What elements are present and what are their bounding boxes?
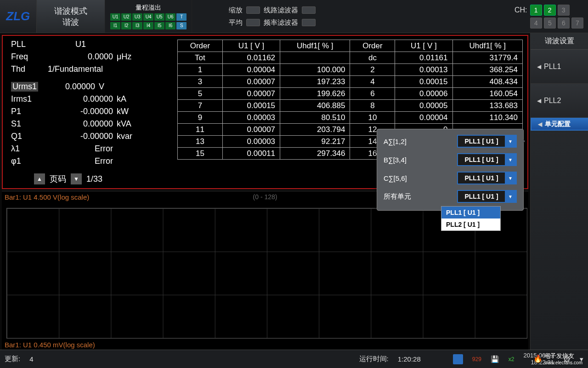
popup-b-label: B∑[3,4] — [384, 156, 407, 164]
triangle-icon: ◀ — [537, 98, 541, 104]
popup-c-select[interactable]: PLL1 [ U1 ]▼ — [457, 172, 517, 184]
range-u5[interactable]: U5 — [154, 13, 164, 21]
range-i4[interactable]: I4 — [143, 22, 153, 29]
th-order-l: Order — [178, 40, 223, 52]
q-value: -0.00000 — [48, 132, 117, 141]
thd-label: Thd — [11, 64, 48, 74]
ch-7-button[interactable]: 7 — [571, 17, 583, 29]
popup-c-label: C∑[5,6] — [384, 174, 407, 182]
rpanel-pll1-button[interactable]: ◀PLL1 — [531, 50, 588, 84]
status-x2: x2 — [509, 356, 514, 362]
brand-logo: ZLG — [0, 0, 37, 33]
popup-b-select[interactable]: PLL1 [ U1 ]▼ — [457, 153, 517, 166]
rpanel-title: 谐波设置 — [531, 33, 588, 50]
s-label: S1 — [11, 119, 48, 129]
chevron-down-icon: ▼ — [505, 136, 516, 147]
freq-unit: μHz — [117, 52, 144, 62]
avg-label: 平均 — [229, 18, 243, 27]
range-i6[interactable]: I6 — [165, 22, 175, 29]
th-u1-r: U1 [ V ] — [395, 40, 452, 52]
range-u6[interactable]: U6 — [165, 13, 175, 21]
range-s[interactable]: S — [176, 22, 187, 29]
freq-filter-toggle[interactable] — [302, 19, 316, 26]
unit-config-popup: A∑[1,2] PLL1 [ U1 ]▼ B∑[3,4] PLL1 [ U1 ]… — [377, 129, 524, 211]
dropdown-option-pll2[interactable]: PLL2 [ U1 ] — [441, 218, 500, 230]
ch-2-button[interactable]: 2 — [544, 5, 556, 16]
popup-a-select[interactable]: PLL1 [ U1 ]▼ — [457, 135, 517, 148]
page-up-button[interactable]: ▲ — [34, 173, 45, 184]
table-row: 70.00015406.88580.00005133.683 — [178, 100, 523, 112]
freq-value: 0.0000 — [48, 52, 117, 62]
s-unit: kVA — [117, 119, 144, 129]
s-value: 0.00000 — [48, 119, 117, 129]
ch-6-button[interactable]: 6 — [558, 17, 570, 29]
ch-5-button[interactable]: 5 — [544, 17, 556, 29]
pll-label: PLL — [11, 40, 48, 49]
lambda-label: λ1 — [11, 144, 48, 154]
status-929: 929 — [472, 356, 481, 362]
mode-box[interactable]: 谐波模式 谐波 — [37, 0, 105, 33]
mode-value: 谐波 — [62, 17, 79, 28]
avg-toggle[interactable] — [246, 19, 260, 26]
unit-config-dropdown: PLL1 [ U1 ] PLL2 [ U1 ] — [441, 206, 501, 231]
p-unit: kW — [117, 107, 144, 116]
page-label: 页码 — [50, 173, 66, 184]
th-uhdf-r: Uhdf1[ % ] — [452, 40, 522, 52]
popup-all-select[interactable]: PLL1 [ U1 ]▼ — [457, 190, 517, 203]
table-row: 30.00007197.23340.00015408.434 — [178, 76, 523, 88]
range-u2[interactable]: U2 — [121, 13, 131, 21]
mode-label: 谐波模式 — [54, 6, 87, 17]
range-i2[interactable]: I2 — [121, 22, 131, 29]
update-label: 更新: — [5, 355, 20, 363]
line-filter-label: 线路滤波器 — [264, 6, 298, 15]
range-i5[interactable]: I5 — [154, 22, 164, 29]
pll-value: U1 — [48, 40, 117, 49]
urms-label: Urms1 — [11, 82, 38, 92]
chevron-down-icon: ▼ — [505, 172, 516, 184]
triangle-icon: ◀ — [537, 63, 541, 70]
q-unit: kvar — [117, 132, 144, 141]
range-u3[interactable]: U3 — [132, 13, 142, 21]
p-value: -0.00000 — [48, 107, 117, 116]
triangle-icon: ◀ — [538, 121, 542, 127]
ch-3-button[interactable]: 3 — [558, 5, 570, 16]
phi-value: Error — [48, 156, 117, 166]
ch-1-button[interactable]: 1 — [530, 5, 542, 16]
zoom-toggle[interactable] — [246, 6, 260, 14]
rpanel-pll2-button[interactable]: ◀PLL2 — [531, 84, 588, 118]
range-i1[interactable]: I1 — [110, 22, 120, 29]
irms-unit: kA — [117, 94, 144, 104]
range-t[interactable]: T — [176, 13, 187, 21]
flame-icon: 🔥 — [533, 354, 543, 363]
freq-label: Freq — [11, 52, 48, 62]
zoom-label: 缩放 — [229, 6, 243, 15]
range-u1[interactable]: U1 — [110, 13, 120, 21]
page-down-button[interactable]: ▼ — [71, 173, 82, 184]
th-order-r: Order — [350, 40, 395, 52]
popup-all-label: 所有单元 — [384, 192, 411, 201]
status-bar: 更新: 4 运行时间: 1:20:28 929 💾 x2 2015-06-01 … — [0, 350, 588, 368]
urms-value: 0.00000 — [47, 82, 99, 92]
thd-value: 1/Fundamental — [48, 64, 117, 74]
popup-a-label: A∑[1,2] — [384, 138, 407, 145]
update-value: 4 — [29, 355, 33, 363]
ch-4-button[interactable]: 4 — [530, 17, 542, 29]
range-i3[interactable]: I3 — [132, 22, 142, 29]
page-value: 1/33 — [86, 174, 102, 184]
line-filter-toggle[interactable] — [302, 6, 316, 14]
runtime-label: 运行时间: — [359, 355, 389, 363]
rpanel-unit-config-button[interactable]: ◀单元配置 — [531, 118, 588, 131]
right-panel: 谐波设置 ◀PLL1 ◀PLL2 ◀单元配置 — [530, 33, 588, 350]
dropdown-option-pll1[interactable]: PLL1 [ U1 ] — [441, 207, 500, 218]
irms-label: Irms1 — [11, 94, 48, 104]
th-u1-l: U1 [ V ] — [222, 40, 280, 52]
ch-label: CH: — [514, 6, 527, 14]
th-uhdf-l: Uhdf1[ % ] — [280, 40, 350, 52]
p-label: P1 — [11, 107, 48, 116]
table-row: 50.00007199.62660.00006160.054 — [178, 88, 523, 100]
runtime-value: 1:20:28 — [398, 355, 421, 363]
monitor-icon[interactable] — [453, 354, 463, 364]
range-u4[interactable]: U4 — [143, 13, 153, 21]
q-label: Q1 — [11, 132, 48, 141]
irms-value: 0.00000 — [48, 94, 117, 104]
